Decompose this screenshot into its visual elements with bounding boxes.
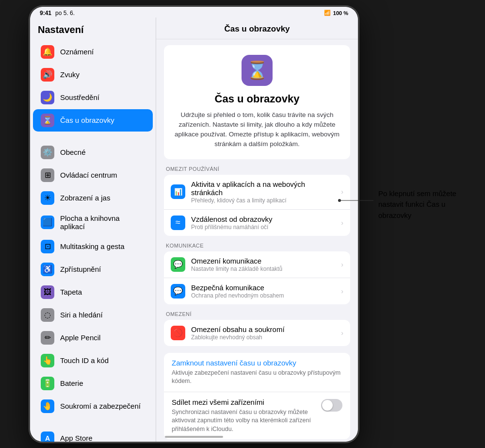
omezeni-obsahu-icon: 🚫 <box>171 326 185 340</box>
sidebar-divider-2 <box>30 418 156 427</box>
apple-pencil-icon: ✏ <box>41 331 54 345</box>
sidebar-item-siri[interactable]: ◌ Siri a hledání <box>33 304 153 326</box>
sidebar-item-label: Soustředění <box>60 93 99 101</box>
sidebar-item-multitasking[interactable]: ⊡ Multitasking a gesta <box>33 235 153 258</box>
hero-icon: ⌛ <box>242 55 273 86</box>
soustredeni-icon: 🌙 <box>41 91 54 104</box>
section-omezit-pouzivani: OMEZIT POUŽÍVÁNÍ 📊 Aktivita v aplikacích… <box>164 166 350 236</box>
zvuky-icon: 🔊 <box>41 68 54 82</box>
row-bezpecna-komunikace[interactable]: 💬 Bezpečná komunikace Ochrana před nevho… <box>164 278 350 304</box>
chevron-icon: › <box>341 287 343 295</box>
content-title: Čas u obrazovky <box>156 17 358 39</box>
row-title: Vzdálenost od obrazovky <box>191 215 335 223</box>
vzalenost-icon: ≈ <box>171 216 185 230</box>
sidebar-item-label: Touch ID a kód <box>60 356 109 365</box>
sidebar-item-label: Zobrazení a jas <box>60 194 110 202</box>
row-omezeni-obsahu[interactable]: 🚫 Omezení obsahu a soukromí Zablokujte n… <box>164 320 350 346</box>
sidebar-item-soukromi[interactable]: 🤚 Soukromí a zabezpečení <box>33 395 153 417</box>
sidebar-item-label: Obecné <box>60 148 86 156</box>
hero-title: Čas u obrazovky <box>172 93 342 105</box>
sidebar-item-soustredeni[interactable]: 🌙 Soustředění <box>33 86 153 109</box>
annotation-text: Po klepnutí sem můžete nastavit funkci Č… <box>378 188 466 221</box>
row-omezeni-komunikace[interactable]: 💬 Omezení komunikace Nastavte limity na … <box>164 251 350 278</box>
toggle-knob <box>322 400 333 411</box>
svg-point-1 <box>338 199 341 202</box>
row-subtitle: Proti přílišnému namáhání očí <box>191 224 335 231</box>
status-bar: 9:41 po 5. 6. 📶 100 % <box>30 7 358 17</box>
lock-button-row: Zamknout nastavení času u obrazovky Akti… <box>164 353 350 392</box>
section-card: 📊 Aktivita v aplikacích a na webových st… <box>164 175 350 236</box>
app-store-icon: A <box>41 431 54 442</box>
row-aktivita[interactable]: 📊 Aktivita v aplikacích a na webových st… <box>164 175 350 210</box>
battery-icon: 100 % <box>333 10 348 16</box>
row-title: Omezení obsahu a soukromí <box>191 325 335 333</box>
row-text: Bezpečná komunikace Ochrana před nevhodn… <box>191 283 335 299</box>
row-text: Omezení komunikace Nastavte limity na zá… <box>191 257 335 272</box>
zobrazeni-icon: ☀ <box>41 191 54 205</box>
sidebar-item-cas-u-obrazovky[interactable]: ⌛ Čas u obrazovky <box>33 109 153 132</box>
sidebar-item-label: Siri a hledání <box>60 311 103 319</box>
row-subtitle: Ochrana před nevhodným obsahem <box>191 292 335 299</box>
wifi-icon: 📶 <box>324 10 331 16</box>
sidebar-item-label: Zpřístupnění <box>60 265 101 273</box>
row-text: Vzdálenost od obrazovky Proti přílišnému… <box>191 215 335 231</box>
section-title: OMEZENÍ <box>164 311 350 317</box>
row-title: Aktivita v aplikacích a na webových strá… <box>191 180 335 197</box>
sidebar-list: 🔔 Oznámení 🔊 Zvuky 🌙 Soustředění <box>30 41 156 442</box>
multitasking-icon: ⊡ <box>41 240 54 253</box>
omezeni-komunikace-icon: 💬 <box>171 257 185 272</box>
chevron-icon: › <box>341 261 343 268</box>
section-card: 🚫 Omezení obsahu a soukromí Zablokujte n… <box>164 320 350 346</box>
section-omezeni: OMEZENÍ 🚫 Omezení obsahu a soukromí <box>164 311 350 346</box>
sidebar-item-oznameni[interactable]: 🔔 Oznámení <box>33 41 153 63</box>
section-title: KOMUNIKACE <box>164 243 350 249</box>
sidebar-item-baterie[interactable]: 🔋 Baterie <box>33 372 153 395</box>
hero-section: ⌛ Čas u obrazovky Udržujte si přehled o … <box>164 45 350 159</box>
sidebar-item-zvuky[interactable]: 🔊 Zvuky <box>33 64 153 86</box>
sidebar-item-touch-id[interactable]: 👆 Touch ID a kód <box>33 349 153 372</box>
aktivita-icon: 📊 <box>171 184 185 199</box>
row-subtitle: Nastavte limity na základě kontaktů <box>191 265 335 272</box>
sidebar-divider <box>30 132 156 141</box>
toggle-title: Sdílet mezi všemi zařízeními <box>172 398 315 406</box>
sidebar-item-apple-pencil[interactable]: ✏ Apple Pencil <box>33 327 153 349</box>
sidebar-item-app-store[interactable]: A App Store <box>33 427 153 442</box>
siri-icon: ◌ <box>41 308 54 322</box>
lock-button[interactable]: Zamknout nastavení času u obrazovky <box>172 359 342 367</box>
sidebar-title: Nastavení <box>30 17 156 40</box>
sidebar-item-tapeta[interactable]: 🖼 Tapeta <box>33 281 153 303</box>
section-title: OMEZIT POUŽÍVÁNÍ <box>164 166 350 172</box>
row-vzalenost[interactable]: ≈ Vzdálenost od obrazovky Proti přílišné… <box>164 210 350 236</box>
bezpecna-komunikace-icon: 💬 <box>171 284 185 299</box>
sidebar-item-obecne[interactable]: ⚙️ Obecné <box>33 141 153 164</box>
row-text: Omezení obsahu a soukromí Zablokujte nev… <box>191 325 335 341</box>
sidebar-item-label: Oznámení <box>60 48 94 56</box>
sidebar-item-label: Baterie <box>60 379 83 387</box>
sidebar-item-zobrazeni[interactable]: ☀ Zobrazení a jas <box>33 187 153 209</box>
tapeta-icon: 🖼 <box>41 285 54 299</box>
sidebar-item-label: Soukromí a zabezpečení <box>60 402 141 410</box>
toggle-text: Sdílet mezi všemi zařízeními Synchroniza… <box>172 398 315 434</box>
obecne-icon: ⚙️ <box>41 146 54 159</box>
baterie-icon: 🔋 <box>41 377 54 390</box>
sidebar-item-zpristupneni[interactable]: ♿ Zpřístupnění <box>33 258 153 281</box>
status-time: 9:41 <box>40 10 51 17</box>
section-komunikace: KOMUNIKACE 💬 Omezení komunikace N <box>164 243 350 304</box>
toggle-desc: Synchronizaci nastavení času u obrazovky… <box>172 408 315 434</box>
sidebar-item-label: Čas u obrazovky <box>60 116 114 124</box>
lock-button-desc: Aktivuje zabezpečení nastavení času u ob… <box>172 369 342 386</box>
row-text: Aktivita v aplikacích a na webových strá… <box>191 180 335 204</box>
sidebar-item-ovladaci-centrum[interactable]: ⊞ Ovládací centrum <box>33 164 153 186</box>
sidebar: Nastavení 🔔 Oznámení 🔊 Zvuky <box>30 17 156 442</box>
sidebar-item-plocha[interactable]: 🟦 Plocha a knihovna aplikací <box>33 210 153 235</box>
section-card: 💬 Omezení komunikace Nastavte limity na … <box>164 251 350 304</box>
row-title: Omezení komunikace <box>191 257 335 265</box>
row-title: Bezpečná komunikace <box>191 283 335 292</box>
oznameni-icon: 🔔 <box>41 45 54 59</box>
share-toggle-row: Sdílet mezi všemi zařízeními Synchroniza… <box>164 392 350 440</box>
row-subtitle: Zablokujte nevhodný obsah <box>191 334 335 341</box>
sidebar-item-label: Multitasking a gesta <box>60 242 125 250</box>
share-toggle-switch[interactable] <box>321 399 342 412</box>
sidebar-item-label: App Store <box>60 434 93 442</box>
lock-button-section: Zamknout nastavení času u obrazovky Akti… <box>164 353 350 440</box>
